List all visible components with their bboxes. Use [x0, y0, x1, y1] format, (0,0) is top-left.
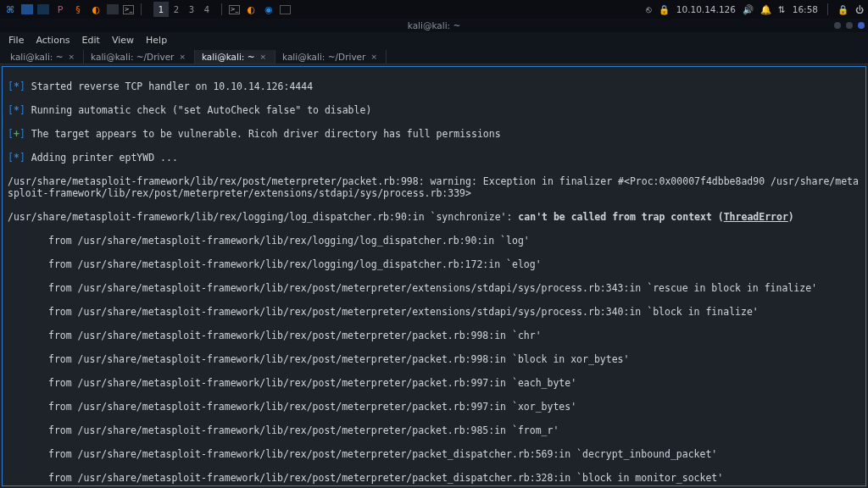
taskbar: ⌘ P § ◐ >_ 1 2 3 4 >_ ◐ ◉ ⎋ 🔒 10.10.14.1… [0, 0, 868, 19]
log-line: from /usr/share/metasploit-framework/lib… [8, 448, 860, 460]
log-line: from /usr/share/metasploit-framework/lib… [8, 282, 860, 294]
app-firefox-icon[interactable]: ◐ [244, 3, 258, 16]
app-terminal-icon[interactable]: >_ [229, 5, 240, 14]
parrot-icon[interactable]: P [53, 3, 67, 16]
tab-1[interactable]: kali@kali: ~× [3, 50, 84, 64]
separator [221, 3, 222, 15]
burp-icon[interactable]: § [71, 3, 85, 16]
log-line: [+] The target appears to be vulnerable.… [8, 128, 860, 140]
menu-edit[interactable]: Edit [82, 35, 100, 46]
lock-icon[interactable]: 🔒 [659, 4, 670, 15]
tab-2[interactable]: kali@kali: ~/Driver× [84, 50, 195, 64]
menubar: File Actions Edit View Help [0, 32, 868, 47]
log-line: [*] Running automatic check ("set AutoCh… [8, 104, 860, 116]
power-icon[interactable]: ⏻ [855, 4, 865, 14]
tab-label: kali@kali: ~/Driver [282, 52, 365, 62]
close-button[interactable] [858, 22, 865, 29]
screen-lock-icon[interactable]: 🔒 [837, 4, 849, 15]
log-line: [*] Started reverse TCP handler on 10.10… [8, 80, 860, 92]
tab-4[interactable]: kali@kali: ~/Driver× [275, 50, 387, 64]
taskbar-right: ⎋ 🔒 10.10.14.126 🔊 🔔 ⇅ 16:58 🔒 ⏻ [646, 3, 865, 15]
workspace-1[interactable]: 1 [153, 2, 169, 17]
terminal-output[interactable]: [*] Started reverse TCP handler on 10.10… [2, 66, 866, 486]
taskbar-left: ⌘ P § ◐ >_ 1 2 3 4 >_ ◐ ◉ [3, 2, 291, 17]
vpn-icon[interactable]: ⎋ [646, 4, 652, 14]
tab-label: kali@kali: ~ [202, 52, 255, 62]
log-line: from /usr/share/metasploit-framework/lib… [8, 353, 860, 365]
separator [141, 3, 142, 15]
workspace-2[interactable]: 2 [169, 2, 184, 17]
workspace-3[interactable]: 3 [184, 2, 199, 17]
window-title: kali@kali: ~ [408, 20, 461, 30]
close-icon[interactable]: × [69, 53, 75, 61]
log-line: /usr/share/metasploit-framework/lib/rex/… [8, 211, 860, 223]
tab-3[interactable]: kali@kali: ~× [195, 50, 275, 64]
clock[interactable]: 16:58 [793, 4, 818, 14]
terminal-tabs: kali@kali: ~× kali@kali: ~/Driver× kali@… [0, 47, 868, 64]
log-line: from /usr/share/metasploit-framework/lib… [8, 330, 860, 341]
log-line: from /usr/share/metasploit-framework/lib… [8, 472, 860, 484]
mail-icon[interactable] [37, 4, 49, 14]
log-line: from /usr/share/metasploit-framework/lib… [8, 258, 860, 270]
log-line: from /usr/share/metasploit-framework/lib… [8, 377, 860, 389]
notifications-icon[interactable]: 🔔 [760, 4, 771, 15]
tab-label: kali@kali: ~ [10, 52, 64, 62]
menu-file[interactable]: File [8, 35, 24, 46]
workspace-4[interactable]: 4 [199, 2, 214, 17]
workspace-switcher[interactable]: 1 2 3 4 [153, 2, 214, 17]
volume-icon[interactable]: 🔊 [743, 4, 754, 15]
log-line: /usr/share/metasploit-framework/lib/rex/… [8, 175, 860, 199]
terminal-icon[interactable]: >_ [123, 5, 134, 14]
kali-logo-icon[interactable]: ⌘ [3, 3, 17, 16]
text-editor-icon[interactable] [107, 4, 119, 14]
log-line: from /usr/share/metasploit-framework/lib… [8, 235, 860, 247]
menu-help[interactable]: Help [146, 35, 167, 46]
window-titlebar[interactable]: kali@kali: ~ [0, 19, 868, 32]
app-firefox2-icon[interactable]: ◉ [262, 3, 275, 16]
minimize-button[interactable] [834, 22, 841, 29]
firefox-icon[interactable]: ◐ [89, 3, 103, 16]
ip-label: 10.10.14.126 [676, 4, 736, 14]
network-icon[interactable]: ⇅ [778, 4, 786, 14]
close-icon[interactable]: × [179, 53, 186, 61]
tab-label: kali@kali: ~/Driver [91, 52, 174, 62]
files-icon[interactable] [21, 4, 33, 14]
maximize-button[interactable] [846, 22, 853, 29]
window-controls [834, 22, 865, 29]
separator [827, 3, 828, 15]
menu-actions[interactable]: Actions [36, 35, 70, 46]
close-icon[interactable]: × [259, 53, 266, 61]
menu-view[interactable]: View [112, 35, 134, 46]
log-line: from /usr/share/metasploit-framework/lib… [8, 424, 860, 436]
log-line: from /usr/share/metasploit-framework/lib… [8, 306, 860, 318]
log-line: from /usr/share/metasploit-framework/lib… [8, 401, 860, 413]
app-window-icon[interactable] [280, 5, 291, 14]
close-icon[interactable]: × [370, 53, 377, 61]
log-line: [*] Adding printer eptYWD ... [8, 152, 860, 164]
